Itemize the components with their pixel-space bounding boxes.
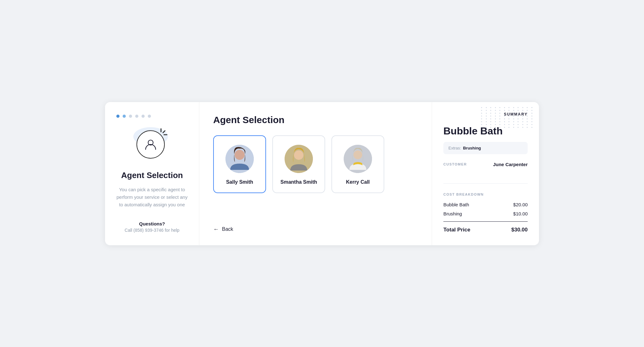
customer-row: CUSTOMER June Carpenter <box>443 162 528 167</box>
dot-2 <box>123 115 126 118</box>
cost-label-brushing: Brushing <box>443 211 462 216</box>
questions-label: Questions? <box>125 221 179 226</box>
svg-point-5 <box>235 150 245 160</box>
agent-card-kerry[interactable]: Kerry Call <box>331 135 384 193</box>
dot-5 <box>142 115 145 118</box>
back-button[interactable]: ← Back <box>213 226 418 233</box>
cost-value-brushing: $10.00 <box>513 211 528 216</box>
total-label: Total Price <box>443 227 470 233</box>
dot-4 <box>135 115 138 118</box>
customer-value: June Carpenter <box>493 162 528 167</box>
extras-label: Extras: <box>448 146 461 150</box>
total-row: Total Price $30.00 <box>443 227 528 233</box>
summary-header: SUMMARY Bubble Bath Extras: Brushing CUS… <box>432 102 539 183</box>
cost-divider <box>443 221 528 222</box>
agent-name-smantha: Smantha Smith <box>280 179 317 186</box>
call-label: Call (858) 939-3746 for help <box>125 228 179 233</box>
cost-value-bubble: $20.00 <box>513 202 528 207</box>
agent-photo-kerry <box>344 145 372 173</box>
agent-name-kerry: Kerry Call <box>346 179 370 186</box>
extras-box: Extras: Brushing <box>443 142 528 154</box>
right-panel: // We'll generate dots inline via the te… <box>432 102 539 245</box>
left-description: You can pick a specific agent to perform… <box>116 186 188 209</box>
svg-line-2 <box>163 131 165 133</box>
extras-value: Brushing <box>463 146 481 150</box>
svg-point-7 <box>294 150 303 160</box>
left-title: Agent Selection <box>121 171 183 180</box>
agent-card-sally[interactable]: Sally Smith <box>213 135 266 193</box>
cost-row-bubble: Bubble Bath $20.00 <box>443 202 528 207</box>
service-name: Bubble Bath <box>443 125 528 137</box>
agents-grid: Sally Smith Smantha Smith <box>213 135 418 216</box>
left-content: Agent Selection You can pick a specific … <box>116 130 188 209</box>
agent-card-smantha[interactable]: Smantha Smith <box>272 135 325 193</box>
cost-breakdown-label: COST BREAKDOWN <box>443 192 528 196</box>
summary-label: SUMMARY <box>443 112 528 117</box>
sparkle-icon <box>154 128 168 142</box>
agent-avatar-kerry <box>344 145 372 173</box>
step-dots <box>116 115 188 118</box>
back-arrow-icon: ← <box>213 226 219 233</box>
agent-avatar-smantha <box>285 145 313 173</box>
agent-photo-sally <box>225 145 254 173</box>
summary-divider <box>443 183 528 184</box>
left-panel: Agent Selection You can pick a specific … <box>105 102 199 245</box>
middle-panel: Agent Selection Sally Smith <box>199 102 432 245</box>
agent-name-sally: Sally Smith <box>226 179 253 186</box>
agent-photo-smantha <box>285 145 313 173</box>
agent-icon-wrapper <box>136 130 168 162</box>
cost-section: COST BREAKDOWN Bubble Bath $20.00 Brushi… <box>432 192 539 233</box>
back-label: Back <box>222 226 233 232</box>
main-container: Agent Selection You can pick a specific … <box>105 102 539 245</box>
middle-title: Agent Selection <box>213 115 418 125</box>
agent-icon-circle <box>136 130 165 159</box>
dot-6 <box>148 115 151 118</box>
dot-3 <box>129 115 132 118</box>
cost-row-brushing: Brushing $10.00 <box>443 211 528 216</box>
total-value: $30.00 <box>511 227 528 233</box>
agent-avatar-sally <box>225 145 254 173</box>
svg-point-9 <box>353 150 362 159</box>
cost-label-bubble: Bubble Bath <box>443 202 469 207</box>
customer-label: CUSTOMER <box>443 162 467 166</box>
dot-1 <box>116 115 119 118</box>
left-footer: Questions? Call (858) 939-3746 for help <box>125 221 179 233</box>
